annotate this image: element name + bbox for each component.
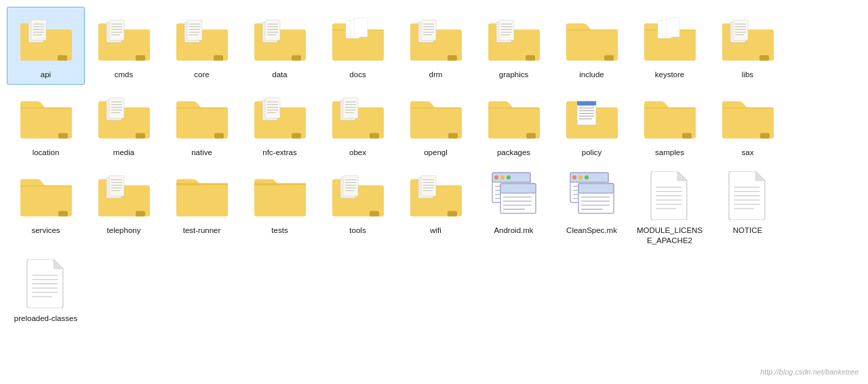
svg-rect-62 xyxy=(760,56,769,61)
file-item[interactable]: nfc-extras xyxy=(241,85,319,163)
file-item[interactable]: CleanSpec.mk xyxy=(553,163,631,251)
folder-white-icon xyxy=(643,13,697,67)
file-item[interactable]: tests xyxy=(241,163,319,251)
file-item[interactable]: keystore xyxy=(631,7,709,85)
svg-rect-117 xyxy=(370,211,379,216)
folder-icon xyxy=(487,91,541,145)
svg-rect-25 xyxy=(265,20,280,41)
svg-rect-109 xyxy=(136,211,145,216)
folder-doc-icon xyxy=(487,13,541,67)
file-label: preloaded-classes xyxy=(14,314,77,324)
file-item[interactable]: tools xyxy=(319,163,397,251)
file-item[interactable]: include xyxy=(553,7,631,85)
file-item[interactable]: wifi xyxy=(397,163,475,251)
doc-file-icon xyxy=(721,169,775,223)
svg-rect-31 xyxy=(292,56,301,61)
file-label: core xyxy=(194,70,209,80)
folder-doc-icon xyxy=(253,13,307,67)
folder-white-icon xyxy=(331,13,385,67)
file-label: graphics xyxy=(499,70,528,80)
file-item[interactable]: MODULE_LICENSE_APACHE2 xyxy=(631,163,709,251)
file-label: packages xyxy=(497,148,530,158)
svg-rect-42 xyxy=(448,56,457,61)
folder-doc-icon xyxy=(97,91,151,145)
file-item[interactable]: policy xyxy=(553,85,631,163)
svg-rect-136 xyxy=(500,184,536,193)
svg-rect-90 xyxy=(526,133,536,138)
file-item[interactable]: drm xyxy=(397,7,475,85)
svg-rect-88 xyxy=(370,133,379,138)
svg-rect-82 xyxy=(343,98,358,118)
file-label: opengl xyxy=(424,148,448,158)
file-item[interactable]: sax xyxy=(709,85,787,163)
file-item[interactable]: libs xyxy=(709,7,787,85)
svg-rect-56 xyxy=(733,20,748,41)
file-label: tools xyxy=(349,226,366,236)
file-item[interactable]: NOTICE xyxy=(709,163,787,251)
file-label: keystore xyxy=(655,70,684,80)
file-item[interactable]: docs xyxy=(319,7,397,85)
file-label: test-runner xyxy=(183,226,221,236)
file-label: policy xyxy=(582,148,601,158)
file-label: obex xyxy=(349,148,366,158)
file-label: services xyxy=(31,226,60,236)
svg-rect-119 xyxy=(421,175,436,196)
watermark: http://blog.csdn.net/banketree xyxy=(760,368,859,376)
file-label: CleanSpec.mk xyxy=(566,226,617,236)
file-item[interactable]: obex xyxy=(319,85,397,163)
folder-doc-icon xyxy=(253,91,307,145)
file-item[interactable]: opengl xyxy=(397,85,475,163)
file-item[interactable]: data xyxy=(241,7,319,85)
svg-rect-99 xyxy=(682,133,692,138)
file-label: nfc-extras xyxy=(262,148,297,158)
svg-rect-15 xyxy=(136,56,145,61)
svg-rect-34 xyxy=(354,18,368,37)
file-item[interactable]: native xyxy=(163,85,241,163)
svg-rect-111 xyxy=(343,175,358,196)
file-label: include xyxy=(579,70,604,80)
folder-icon xyxy=(409,91,463,145)
file-item[interactable]: test-runner xyxy=(163,163,241,251)
svg-rect-71 xyxy=(136,133,145,138)
folder-icon xyxy=(721,91,775,145)
file-item[interactable]: Android.mk xyxy=(475,163,553,251)
file-label: data xyxy=(272,70,287,80)
svg-rect-151 xyxy=(578,184,614,193)
file-label: NOTICE xyxy=(733,226,762,236)
file-item[interactable]: core xyxy=(163,7,241,85)
svg-point-144 xyxy=(578,175,583,179)
file-item[interactable]: services xyxy=(7,163,85,251)
folder-icon xyxy=(19,169,73,223)
file-item[interactable]: api xyxy=(7,7,85,85)
folder-doc-icon xyxy=(97,13,151,67)
folder-doc-icon xyxy=(409,13,463,67)
svg-point-129 xyxy=(500,175,505,179)
svg-rect-100 xyxy=(760,133,770,138)
doc-file-icon xyxy=(643,169,697,223)
svg-rect-98 xyxy=(577,101,596,105)
folder-plain-icon xyxy=(175,169,229,223)
file-item[interactable]: media xyxy=(85,85,163,163)
folder-doc-icon xyxy=(331,169,385,223)
file-item[interactable]: preloaded-classes xyxy=(7,251,85,328)
file-label: native xyxy=(191,148,212,158)
file-item[interactable]: samples xyxy=(631,85,709,163)
file-grid: api cmds core xyxy=(0,0,868,335)
folder-icon xyxy=(565,13,619,67)
file-label: location xyxy=(33,148,60,158)
svg-point-130 xyxy=(507,175,511,179)
svg-rect-9 xyxy=(109,20,124,41)
svg-rect-89 xyxy=(448,133,458,138)
folder-icon xyxy=(175,91,229,145)
file-item[interactable]: packages xyxy=(475,85,553,163)
file-item[interactable]: cmds xyxy=(85,7,163,85)
file-item[interactable]: location xyxy=(7,85,85,163)
file-item[interactable]: telephony xyxy=(85,163,163,251)
doc-file-icon xyxy=(19,257,73,311)
file-label: telephony xyxy=(107,226,141,236)
svg-point-145 xyxy=(585,175,589,179)
file-label: libs xyxy=(742,70,753,80)
file-label: sax xyxy=(742,148,754,158)
file-item[interactable]: graphics xyxy=(475,7,553,85)
folder-doc-icon xyxy=(331,91,385,145)
